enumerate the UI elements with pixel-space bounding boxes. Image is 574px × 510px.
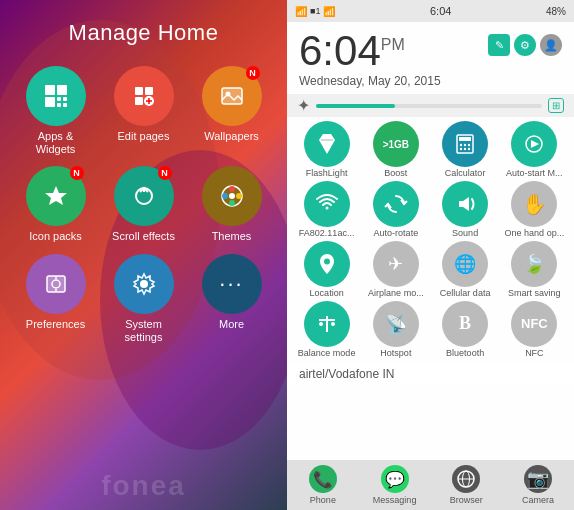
- cellular-label: Cellular data: [440, 289, 491, 299]
- svg-point-22: [229, 193, 235, 199]
- grid-item-preferences[interactable]: Preferences: [16, 254, 96, 344]
- right-panel: 📶 ■1 📶 6:04 48% 6:04PM ✎ ⚙ 👤 Wednesday, …: [287, 0, 574, 510]
- preferences-label: Preferences: [26, 318, 85, 331]
- messaging-nav-label: Messaging: [373, 495, 417, 505]
- quick-item-autorotate[interactable]: Auto-rotate: [362, 181, 429, 239]
- phone-nav-label: Phone: [310, 495, 336, 505]
- quick-item-sound[interactable]: Sound: [432, 181, 499, 239]
- quick-item-calculator[interactable]: Calculator: [432, 121, 499, 179]
- signal1-icon: ■1: [310, 6, 320, 16]
- quick-item-onehand[interactable]: ✋ One hand op...: [501, 181, 568, 239]
- wifi-label: FA802.11ac...: [299, 229, 355, 239]
- quick-item-boost[interactable]: >1GB Boost: [362, 121, 429, 179]
- preferences-icon: [26, 254, 86, 314]
- bluetooth-label: Bluetooth: [446, 349, 484, 359]
- svg-rect-4: [63, 97, 67, 101]
- quick-item-airplane[interactable]: ✈ Airplane mo...: [362, 241, 429, 299]
- grid-item-icon-packs[interactable]: N Icon packs: [16, 166, 96, 243]
- wallpapers-icon: N: [202, 66, 262, 126]
- edit-brightness-icon[interactable]: ⊞: [548, 98, 564, 113]
- airplane-label: Airplane mo...: [368, 289, 424, 299]
- grid-item-themes[interactable]: Themes: [192, 166, 272, 243]
- svg-point-20: [229, 200, 235, 206]
- scroll-effects-label: Scroll effects: [112, 230, 175, 243]
- settings-quick-icon[interactable]: ⚙: [514, 34, 536, 56]
- grid-item-apps-widgets[interactable]: Apps &Widgets: [16, 66, 96, 156]
- quick-item-balance[interactable]: Balance mode: [293, 301, 360, 359]
- svg-rect-8: [145, 87, 153, 95]
- grid-item-edit-pages[interactable]: Edit pages: [104, 66, 184, 156]
- flashlight-icon: [304, 121, 350, 167]
- grid-item-wallpapers[interactable]: N Wallpapers: [192, 66, 272, 156]
- sound-icon: [442, 181, 488, 227]
- quick-item-smart-saving[interactable]: 🍃 Smart saving: [501, 241, 568, 299]
- edit-pages-icon: [114, 66, 174, 126]
- phone-nav-icon: 📞: [309, 465, 337, 493]
- icon-packs-icon: N: [26, 166, 86, 226]
- brightness-row: ✦ ⊞: [287, 94, 574, 117]
- autostart-label: Auto-start M...: [506, 169, 563, 179]
- autorotate-label: Auto-rotate: [374, 229, 419, 239]
- wallpapers-badge: N: [246, 66, 260, 80]
- wallpapers-label: Wallpapers: [204, 130, 259, 143]
- svg-point-35: [460, 148, 462, 150]
- quick-item-cellular[interactable]: 🌐 Cellular data: [432, 241, 499, 299]
- date-text: Wednesday, May 20, 2015: [287, 74, 574, 94]
- svg-marker-15: [45, 186, 67, 205]
- nfc-icon: NFC: [511, 301, 557, 347]
- quick-item-wifi[interactable]: FA802.11ac...: [293, 181, 360, 239]
- svg-rect-0: [45, 85, 55, 95]
- more-label: More: [219, 318, 244, 331]
- grid-item-system-settings[interactable]: Systemsettings: [104, 254, 184, 344]
- balance-label: Balance mode: [298, 349, 356, 359]
- time-ampm: PM: [381, 36, 405, 53]
- svg-rect-7: [135, 87, 143, 95]
- icon-packs-badge: N: [70, 166, 84, 180]
- quick-item-nfc[interactable]: NFC NFC: [501, 301, 568, 359]
- svg-point-21: [236, 193, 242, 199]
- nav-item-browser[interactable]: Browser: [431, 460, 503, 510]
- system-settings-icon: [114, 254, 174, 314]
- signal2-icon: 📶: [323, 6, 335, 17]
- battery-text: 48%: [546, 6, 566, 17]
- svg-rect-9: [135, 97, 143, 105]
- brightness-bar[interactable]: [316, 104, 542, 108]
- status-time: 6:04: [430, 5, 451, 17]
- nfc-label: NFC: [525, 349, 544, 359]
- svg-point-19: [222, 193, 228, 199]
- camera-nav-label: Camera: [522, 495, 554, 505]
- manage-home-title: Manage Home: [69, 20, 219, 46]
- quick-item-hotspot[interactable]: 📡 Hotspot: [362, 301, 429, 359]
- smart-saving-icon: 🍃: [511, 241, 557, 287]
- brightness-icon: ✦: [297, 96, 310, 115]
- quick-item-autostart[interactable]: Auto-start M...: [501, 121, 568, 179]
- calculator-label: Calculator: [445, 169, 486, 179]
- apps-widgets-icon: [26, 66, 86, 126]
- svg-rect-1: [57, 85, 67, 95]
- calculator-icon: [442, 121, 488, 167]
- svg-point-27: [140, 280, 148, 288]
- grid-item-more[interactable]: ··· More: [192, 254, 272, 344]
- user-quick-icon[interactable]: 👤: [540, 34, 562, 56]
- nav-item-messaging[interactable]: 💬 Messaging: [359, 460, 431, 510]
- quick-item-flashlight[interactable]: FlashLight: [293, 121, 360, 179]
- more-icon: ···: [202, 254, 262, 314]
- autostart-icon: [511, 121, 557, 167]
- location-icon: [304, 241, 350, 287]
- svg-point-39: [324, 258, 330, 264]
- nav-item-phone[interactable]: 📞 Phone: [287, 460, 359, 510]
- sound-label: Sound: [452, 229, 478, 239]
- messaging-nav-icon: 💬: [381, 465, 409, 493]
- quick-item-location[interactable]: Location: [293, 241, 360, 299]
- time-hour: 6:04: [299, 27, 381, 74]
- autorotate-icon: [373, 181, 419, 227]
- svg-point-36: [464, 148, 466, 150]
- scroll-effects-icon: N: [114, 166, 174, 226]
- grid-item-scroll-effects[interactable]: N Scroll effects: [104, 166, 184, 243]
- balance-icon: [304, 301, 350, 347]
- nav-item-camera[interactable]: 📷 Camera: [502, 460, 574, 510]
- system-settings-label: Systemsettings: [125, 318, 163, 344]
- edit-quick-icon[interactable]: ✎: [488, 34, 510, 56]
- svg-point-18: [229, 186, 235, 192]
- quick-item-bluetooth[interactable]: B Bluetooth: [432, 301, 499, 359]
